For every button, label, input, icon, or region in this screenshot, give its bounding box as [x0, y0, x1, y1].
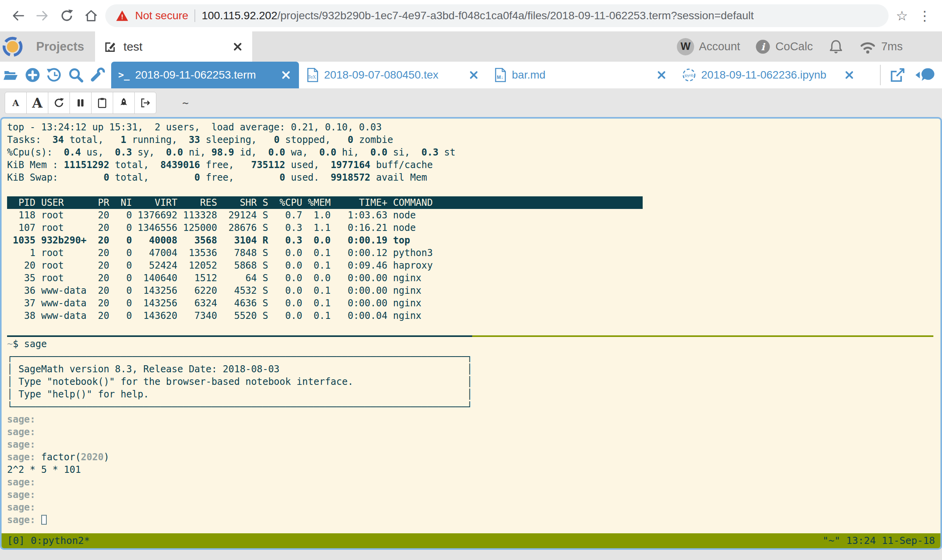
terminal-line: PID USER PR NI VIRT RES SHR S %CPU %MEM …: [7, 196, 643, 209]
close-tab-icon[interactable]: [843, 69, 855, 81]
refresh-button[interactable]: [48, 92, 70, 114]
current-directory-label: ~: [182, 97, 189, 109]
close-tab-icon[interactable]: [468, 69, 480, 81]
project-tab-test[interactable]: test: [95, 31, 252, 62]
tmux-status-right: "~" 13:24 11-Sep-18: [823, 533, 935, 548]
find-button[interactable]: [65, 62, 86, 88]
terminal-line: sage: factor(2020): [7, 451, 940, 463]
tab-ipynb-file[interactable]: ipynb 2018-09-11-062236.ipynb: [674, 62, 862, 88]
history-icon: [46, 67, 62, 83]
tmux-status-left: [0] 0:python2*: [7, 533, 90, 548]
tab-label: 2018-09-11-062253.term: [135, 69, 256, 81]
font-decrease-button[interactable]: A: [5, 92, 27, 114]
terminal-line: [7, 184, 940, 196]
terminal-line: top - 13:24:12 up 15:31, 2 users, load a…: [7, 121, 940, 134]
address-bar[interactable]: ! Not secure 100.115.92.202/projects/932…: [105, 4, 889, 27]
not-secure-label: Not secure: [135, 9, 188, 22]
warning-icon: !: [115, 9, 129, 22]
connection-status[interactable]: 7ms: [855, 39, 907, 55]
boost-button[interactable]: [113, 92, 135, 114]
font-increase-button[interactable]: A: [26, 92, 48, 114]
divider: [880, 65, 881, 85]
tab-label: bar.md: [512, 69, 546, 81]
exit-button[interactable]: [134, 92, 156, 114]
terminal-line: sage:: [7, 489, 940, 501]
markdown-file-icon: M↓: [494, 68, 507, 82]
terminal-output[interactable]: top - 13:24:12 up 15:31, 2 users, load a…: [2, 119, 940, 526]
account-button[interactable]: W Account: [673, 38, 744, 55]
terminal-line: sage:: [7, 514, 940, 526]
tab-label: 2018-09-11-062236.ipynb: [701, 69, 827, 81]
back-icon[interactable]: [8, 5, 28, 26]
share-icon: [889, 66, 907, 84]
terminal-toolbar: A A: [0, 88, 942, 117]
tex-file-icon: TeX: [306, 68, 319, 82]
wrench-icon: [90, 67, 105, 83]
cocalc-info-button[interactable]: i CoCalc: [751, 39, 817, 55]
terminal-line: KiB Swap: 0 total, 0 free, 0 used. 99185…: [7, 171, 940, 184]
terminal-cursor: [41, 515, 47, 525]
browser-menu-icon[interactable]: ⋮: [915, 8, 934, 24]
bookmark-star-icon[interactable]: ☆: [893, 8, 911, 24]
svg-text:!: !: [121, 13, 123, 21]
appbar-right-cluster: W Account i CoCalc 7ms: [673, 31, 942, 62]
chat-toggle-button[interactable]: [915, 66, 936, 84]
terminal-line: sage:: [7, 426, 940, 438]
terminal-line: sage:: [7, 476, 940, 489]
app-bar: Projects test W Account i CoCalc: [0, 31, 942, 62]
terminal-line: Tasks: 34 total, 1 running, 33 sleeping,…: [7, 134, 940, 146]
pause-button[interactable]: [70, 92, 92, 114]
svg-text:ipynb: ipynb: [685, 73, 694, 77]
terminal-line: 36 www-data 20 0 143256 6220 4532 S 0.0 …: [7, 284, 940, 297]
paste-button[interactable]: [91, 92, 113, 114]
terminal-line: 37 www-data 20 0 143256 6324 4636 S 0.0 …: [7, 297, 940, 309]
svg-text:M↓: M↓: [497, 75, 503, 80]
tab-markdown-file[interactable]: M↓ bar.md: [487, 62, 674, 88]
reload-icon[interactable]: [57, 5, 77, 26]
svg-text:TeX: TeX: [308, 75, 316, 80]
history-button[interactable]: [43, 62, 65, 88]
close-tab-icon[interactable]: [280, 69, 292, 81]
tab-label: 2018-09-07-080450.tex: [324, 69, 438, 81]
terminal-icon: >_: [118, 70, 130, 81]
close-tab-icon[interactable]: [656, 69, 667, 81]
forward-icon[interactable]: [32, 5, 53, 26]
url-host: 100.115.92.202: [202, 9, 277, 22]
close-project-icon[interactable]: [232, 41, 244, 53]
terminal-line: sage:: [7, 413, 940, 426]
font-increase-icon: A: [32, 95, 42, 111]
terminal-line: │ SageMath version 8.3, Release Date: 20…: [7, 363, 940, 375]
terminal-pane[interactable]: top - 13:24:12 up 15:31, 2 users, load a…: [0, 117, 942, 550]
terminal-line: %Cpu(s): 0.4 us, 0.3 sy, 0.0 ni, 98.9 id…: [7, 146, 940, 159]
pane-divider: [7, 335, 933, 337]
bell-icon: [828, 38, 844, 55]
terminal-line: [7, 335, 940, 338]
share-button[interactable]: [889, 66, 907, 84]
terminal-line: │ Type "help()" for help. │: [7, 388, 940, 401]
font-decrease-icon: A: [12, 98, 19, 108]
chat-icon: [915, 66, 936, 84]
terminal-line: │ Type "notebook()" for the browser-base…: [7, 375, 940, 388]
tmux-status-bar: [0] 0:python2* "~" 13:24 11-Sep-18: [2, 533, 940, 548]
settings-button[interactable]: [86, 62, 108, 88]
tab-tex-file[interactable]: TeX 2018-09-07-080450.tex: [299, 62, 487, 88]
ipynb-file-icon: ipynb: [682, 68, 696, 82]
project-tab-label: test: [123, 40, 142, 53]
filetab-right-cluster: [880, 62, 942, 88]
terminal-button-group: A A: [5, 92, 156, 114]
terminal-line: sage:: [7, 438, 940, 451]
folder-open-icon: [3, 67, 19, 83]
account-label: Account: [699, 40, 740, 53]
clipboard-icon: [96, 97, 108, 109]
terminal-line: 118 root 20 0 1376692 113328 29124 S 0.7…: [7, 209, 940, 221]
page-background: [0, 550, 942, 560]
notifications-button[interactable]: [824, 38, 848, 55]
cocalc-label: CoCalc: [775, 40, 813, 53]
new-file-button[interactable]: [22, 62, 43, 88]
files-button[interactable]: [0, 62, 22, 88]
tab-terminal-file[interactable]: >_ 2018-09-11-062253.term: [111, 62, 299, 88]
projects-button[interactable]: Projects: [25, 31, 95, 62]
cocalc-logo[interactable]: [0, 31, 25, 62]
home-icon[interactable]: [81, 5, 101, 26]
plus-circle-icon: [25, 67, 40, 83]
